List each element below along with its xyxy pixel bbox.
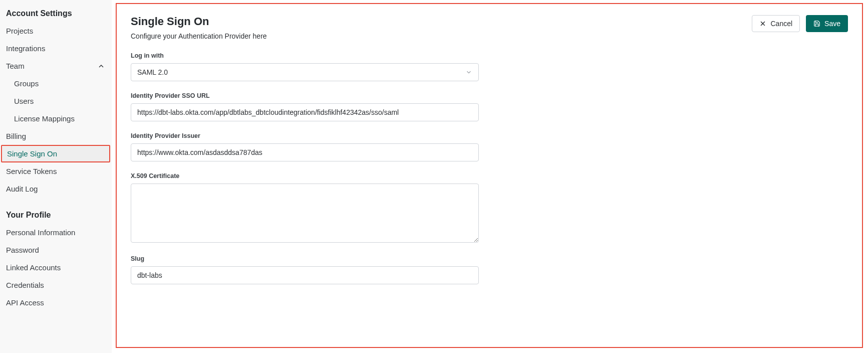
sidebar-item-sso[interactable]: Single Sign On bbox=[1, 145, 110, 162]
field-cert: X.509 Certificate bbox=[131, 172, 479, 244]
main-panel: Single Sign On Configure your Authentica… bbox=[116, 3, 863, 348]
sidebar-item-label: Team bbox=[6, 62, 25, 70]
sidebar-section-account: Account Settings bbox=[0, 7, 111, 22]
close-icon bbox=[759, 20, 766, 27]
field-login-with: Log in with SAML 2.0 bbox=[131, 52, 479, 81]
sidebar-item-personal-info[interactable]: Personal Information bbox=[0, 224, 111, 241]
sidebar-item-integrations[interactable]: Integrations bbox=[0, 40, 111, 57]
sidebar-item-label: License Mappings bbox=[14, 114, 75, 123]
cancel-button[interactable]: Cancel bbox=[752, 15, 800, 32]
slug-input[interactable] bbox=[131, 266, 479, 284]
cert-textarea[interactable] bbox=[131, 184, 479, 243]
slug-label: Slug bbox=[131, 255, 479, 262]
sidebar-item-label: Password bbox=[6, 246, 39, 254]
sidebar-item-users[interactable]: Users bbox=[0, 92, 111, 110]
field-slug: Slug bbox=[131, 255, 479, 284]
sidebar-item-groups[interactable]: Groups bbox=[0, 75, 111, 92]
main-wrapper: Single Sign On Configure your Authentica… bbox=[112, 0, 868, 353]
page-title: Single Sign On bbox=[131, 15, 267, 28]
sidebar-item-label: Billing bbox=[6, 132, 26, 140]
sidebar-section-profile: Your Profile bbox=[0, 209, 111, 224]
sidebar-item-service-tokens[interactable]: Service Tokens bbox=[0, 162, 111, 180]
sidebar-item-label: Credentials bbox=[6, 281, 44, 289]
issuer-label: Identity Provider Issuer bbox=[131, 132, 479, 139]
sidebar-item-label: Single Sign On bbox=[7, 149, 57, 158]
sso-url-label: Identity Provider SSO URL bbox=[131, 92, 479, 99]
save-button-label: Save bbox=[824, 20, 840, 28]
sidebar-item-label: Personal Information bbox=[6, 228, 75, 237]
sidebar-item-label: Projects bbox=[6, 27, 33, 35]
sidebar-item-license-mappings[interactable]: License Mappings bbox=[0, 110, 111, 127]
sso-form: Log in with SAML 2.0 Identity Provider S… bbox=[131, 52, 479, 284]
cert-label: X.509 Certificate bbox=[131, 172, 479, 180]
save-button[interactable]: Save bbox=[806, 15, 848, 32]
login-with-select[interactable]: SAML 2.0 bbox=[131, 63, 479, 81]
page-header: Single Sign On Configure your Authentica… bbox=[131, 15, 848, 52]
sidebar-item-billing[interactable]: Billing bbox=[0, 127, 111, 145]
header-actions: Cancel Save bbox=[752, 15, 848, 32]
login-with-value: SAML 2.0 bbox=[137, 68, 168, 76]
issuer-input[interactable] bbox=[131, 143, 479, 161]
sidebar-item-label: Groups bbox=[14, 79, 39, 88]
sidebar-item-credentials[interactable]: Credentials bbox=[0, 276, 111, 294]
page-subtitle: Configure your Authentication Provider h… bbox=[131, 32, 267, 40]
cancel-button-label: Cancel bbox=[770, 20, 792, 28]
sidebar-item-team[interactable]: Team bbox=[0, 57, 111, 75]
chevron-up-icon bbox=[97, 62, 105, 70]
sidebar-item-label: Integrations bbox=[6, 44, 45, 53]
sidebar-item-label: Audit Log bbox=[6, 185, 38, 193]
sidebar-item-projects[interactable]: Projects bbox=[0, 22, 111, 40]
login-with-label: Log in with bbox=[131, 52, 479, 59]
sidebar-item-password[interactable]: Password bbox=[0, 241, 111, 259]
sso-url-input[interactable] bbox=[131, 103, 479, 121]
field-issuer: Identity Provider Issuer bbox=[131, 132, 479, 161]
sidebar-item-label: Service Tokens bbox=[6, 167, 57, 175]
sidebar-item-label: Linked Accounts bbox=[6, 263, 61, 272]
sidebar-item-linked-accounts[interactable]: Linked Accounts bbox=[0, 259, 111, 276]
save-icon bbox=[813, 20, 820, 27]
chevron-down-icon bbox=[465, 69, 472, 76]
sidebar-item-label: API Access bbox=[6, 298, 44, 307]
sidebar-item-label: Users bbox=[14, 97, 34, 105]
sidebar: Account Settings Projects Integrations T… bbox=[0, 0, 112, 353]
field-sso-url: Identity Provider SSO URL bbox=[131, 92, 479, 121]
sidebar-item-audit-log[interactable]: Audit Log bbox=[0, 180, 111, 198]
sidebar-item-api-access[interactable]: API Access bbox=[0, 294, 111, 311]
